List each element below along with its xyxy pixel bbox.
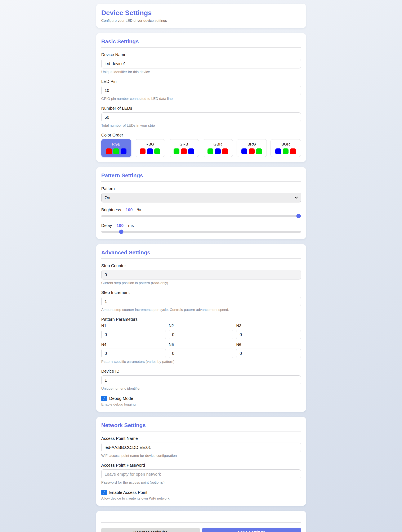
color-swatch — [188, 148, 194, 154]
color-swatch — [121, 148, 127, 154]
param-n4-input[interactable] — [101, 348, 166, 358]
delay-slider[interactable] — [101, 231, 301, 233]
page-subtitle: Configure your LED driver device setting… — [101, 19, 301, 23]
debug-mode-checkbox[interactable]: ✓ — [101, 396, 107, 401]
step-counter-helper: Current step position in pattern (read-o… — [101, 281, 301, 285]
color-order-option-rbg[interactable]: RBG — [135, 139, 165, 157]
num-leds-group: Number of LEDs Total number of LEDs in y… — [101, 106, 301, 128]
delay-label: Delay — [101, 223, 112, 228]
enable-ap-row: ✓ Enable Access Point — [101, 490, 301, 495]
param-n1-field: N1 — [101, 323, 166, 339]
brightness-slider-thumb[interactable] — [296, 214, 301, 218]
param-n3-input[interactable] — [236, 330, 301, 339]
ap-password-group: Access Point Password Password for the a… — [101, 463, 301, 485]
param-n1-input[interactable] — [101, 330, 166, 339]
delay-slider-thumb[interactable] — [119, 230, 123, 234]
color-swatch — [106, 148, 112, 154]
color-swatch — [215, 148, 221, 154]
color-order-option-label: BRG — [248, 142, 256, 146]
color-order-option-gbr[interactable]: GBR — [203, 139, 233, 157]
color-order-group: Color Order RGB RBG — [101, 133, 301, 157]
pattern-parameters-helper: Pattern-specific parameters (varies by p… — [101, 360, 301, 364]
pattern-parameters-label: Pattern Parameters — [101, 317, 301, 322]
device-id-group: Device ID Unique numeric identifier — [101, 369, 301, 391]
color-order-option-label: RGB — [112, 142, 120, 146]
swatch-row — [241, 148, 262, 154]
ap-name-group: Access Point Name WiFi access point name… — [101, 436, 301, 458]
ap-password-input[interactable] — [101, 469, 301, 479]
led-pin-helper: GPIO pin number connected to LED data li… — [101, 97, 301, 101]
param-n5-input[interactable] — [169, 348, 233, 358]
color-swatch — [147, 148, 153, 154]
enable-ap-group: ✓ Enable Access Point Allow device to cr… — [101, 490, 301, 500]
led-pin-input[interactable] — [101, 86, 301, 95]
param-n2-input[interactable] — [169, 330, 233, 339]
swatch-row — [140, 148, 160, 154]
pattern-select[interactable]: On — [101, 193, 301, 203]
debug-mode-group: ✓ Debug Mode Enable debug logging — [101, 396, 301, 407]
actions-card: Reset to Defaults Save Settings — [96, 511, 306, 532]
brightness-slider[interactable] — [101, 215, 301, 217]
color-swatch — [256, 148, 262, 154]
swatch-row — [173, 148, 194, 154]
reset-defaults-button[interactable]: Reset to Defaults — [101, 528, 200, 532]
ap-password-helper: Password for the access point (optional) — [101, 481, 301, 485]
debug-mode-row: ✓ Debug Mode — [101, 396, 301, 401]
color-swatch — [173, 148, 179, 154]
section-divider — [101, 258, 301, 259]
color-order-label: Color Order — [101, 133, 301, 138]
device-name-helper: Unique identifier for this device — [101, 70, 301, 74]
color-order-option-bgr[interactable]: BGR — [270, 139, 301, 157]
param-n5-field: N5 — [169, 342, 233, 358]
brightness-unit: % — [137, 208, 141, 212]
device-name-input[interactable] — [101, 59, 301, 69]
footer-spacer — [101, 516, 301, 522]
device-name-group: Device Name Unique identifier for this d… — [101, 52, 301, 74]
color-order-option-label: GBR — [214, 142, 222, 146]
color-order-option-brg[interactable]: BRG — [236, 139, 267, 157]
device-id-input[interactable] — [101, 375, 301, 385]
delay-group: Delay 100 ms — [101, 223, 301, 233]
advanced-settings-heading: Advanced Settings — [101, 249, 301, 256]
enable-ap-label: Enable Access Point — [109, 490, 147, 495]
ap-password-label: Access Point Password — [101, 463, 301, 468]
step-increment-helper: Amount step counter increments per cycle… — [101, 308, 301, 312]
step-increment-input[interactable] — [101, 297, 301, 306]
pattern-select-wrap: On — [101, 193, 301, 203]
color-swatch — [181, 148, 187, 154]
settings-page: Device Settings Configure your LED drive… — [96, 0, 306, 532]
debug-mode-helper: Enable debug logging — [101, 402, 301, 407]
step-counter-group: Step Counter Current step position in pa… — [101, 263, 301, 285]
param-n6-label: N6 — [236, 342, 301, 347]
color-order-option-label: RBG — [146, 142, 154, 146]
pattern-parameters-group: Pattern Parameters N1 N2 N3 N4 — [101, 317, 301, 364]
num-leds-input[interactable] — [101, 112, 301, 122]
step-counter-input — [101, 270, 301, 279]
ap-name-input[interactable] — [101, 443, 301, 452]
color-order-option-rgb[interactable]: RGB — [101, 139, 131, 157]
param-n6-input[interactable] — [236, 348, 301, 358]
color-swatch — [249, 148, 255, 154]
brightness-value: 100 — [126, 208, 133, 212]
ap-name-label: Access Point Name — [101, 436, 301, 441]
step-increment-group: Step Increment Amount step counter incre… — [101, 290, 301, 312]
color-order-option-label: GRB — [179, 142, 188, 146]
param-n4-field: N4 — [101, 342, 166, 358]
network-settings-heading: Network Settings — [101, 422, 301, 429]
color-order-option-grb[interactable]: GRB — [169, 139, 199, 157]
save-settings-button[interactable]: Save Settings — [202, 528, 301, 532]
debug-mode-label: Debug Mode — [109, 396, 133, 401]
swatch-row — [275, 148, 296, 154]
ap-name-helper: WiFi access point name for device config… — [101, 454, 301, 458]
enable-ap-checkbox[interactable]: ✓ — [101, 490, 107, 495]
pattern-settings-card: Pattern Settings Pattern On Brightness 1… — [96, 167, 306, 239]
led-pin-group: LED Pin GPIO pin number connected to LED… — [101, 79, 301, 101]
brightness-head: Brightness 100 % — [101, 208, 301, 212]
step-counter-label: Step Counter — [101, 263, 301, 268]
param-n1-label: N1 — [101, 323, 166, 328]
brightness-group: Brightness 100 % — [101, 208, 301, 217]
pattern-settings-heading: Pattern Settings — [101, 172, 301, 179]
swatch-row — [207, 148, 228, 154]
color-swatch — [154, 148, 160, 154]
color-swatch — [290, 148, 296, 154]
